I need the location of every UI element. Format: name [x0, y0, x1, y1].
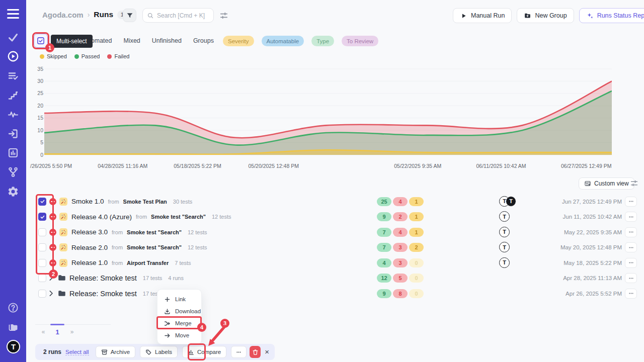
group-name-link[interactable]: Release: Smoke test: [69, 290, 137, 298]
menu-item-download[interactable]: Download: [157, 305, 201, 317]
pagination-prev[interactable]: «: [39, 328, 48, 335]
source-plan-link[interactable]: Smoke test "Search": [127, 244, 182, 250]
custom-view-button[interactable]: Custom view: [579, 177, 634, 190]
labels-button[interactable]: Labels: [140, 346, 178, 358]
manual-run-button[interactable]: Manual Run: [453, 8, 512, 23]
y-tick-label: 30: [37, 78, 43, 84]
search-input[interactable]: [157, 12, 209, 19]
tab-unfinished[interactable]: Unfinished: [152, 37, 182, 44]
run-name-link[interactable]: Release 4.0 (Azure): [71, 213, 132, 221]
assignee-avatars: TT: [499, 196, 516, 207]
row-more-button[interactable]: [625, 212, 637, 222]
group-name-link[interactable]: Release: Smoke test: [69, 274, 137, 282]
group-row: Release: Smoke test17 tests4 runs1250Apr…: [26, 270, 644, 286]
close-selection-icon[interactable]: ×: [265, 347, 269, 356]
sidebar-item-runs-icon[interactable]: [7, 50, 19, 62]
delete-button[interactable]: [250, 346, 261, 358]
from-label: from: [112, 229, 123, 235]
row-checkbox[interactable]: [38, 228, 46, 236]
row-checkbox[interactable]: [38, 259, 46, 267]
pagination-next[interactable]: »: [67, 328, 76, 335]
row-more-button[interactable]: [625, 273, 637, 283]
row-more-button[interactable]: [625, 197, 637, 207]
breadcrumb-project[interactable]: Agoda.com: [42, 11, 84, 19]
breadcrumb: Agoda.com › Runs 16: [42, 10, 130, 19]
archive-button[interactable]: Archive: [96, 346, 135, 358]
sidebar-item-milestones-icon[interactable]: [7, 89, 19, 101]
menu-icon[interactable]: [7, 9, 19, 19]
tab-groups[interactable]: Groups: [193, 37, 214, 44]
select-all-link[interactable]: Select all: [65, 349, 89, 355]
run-type-icon: [59, 243, 67, 251]
tests-count: 7 tests: [175, 260, 191, 266]
multi-select-checkbox-icon: [36, 36, 45, 45]
filter-pill-automatable[interactable]: Automatable: [262, 36, 304, 46]
view-adjustments-icon[interactable]: [630, 179, 638, 188]
run-name-link[interactable]: Release 3.0: [71, 228, 108, 236]
legend-item-skipped: Skipped: [40, 53, 67, 59]
sidebar-item-branches-icon[interactable]: [7, 166, 19, 178]
remove-circle-icon[interactable]: [49, 213, 56, 220]
sidebar-item-tests-icon[interactable]: [7, 31, 19, 43]
sidebar-item-test-plans-icon[interactable]: [7, 70, 19, 82]
sidebar-item-imports-icon[interactable]: [7, 128, 19, 140]
remove-circle-icon[interactable]: [49, 244, 56, 251]
row-more-button[interactable]: [625, 289, 637, 299]
filter-pill-type[interactable]: Type: [311, 36, 334, 46]
menu-item-move[interactable]: Move: [157, 329, 201, 341]
pagination-page-1[interactable]: 1: [53, 328, 62, 336]
assignee-avatars: T: [499, 242, 510, 252]
sidebar-help-icon[interactable]: [7, 302, 19, 314]
from-label: from: [112, 244, 123, 250]
tab-mixed[interactable]: Mixed: [123, 37, 140, 44]
filter-button[interactable]: [123, 9, 136, 22]
menu-item-merge[interactable]: Merge: [157, 317, 201, 329]
adjustments-icon[interactable]: [219, 11, 228, 20]
failed-badge: 4: [393, 228, 408, 237]
row-checkbox[interactable]: [38, 198, 46, 206]
row-checkbox[interactable]: [38, 213, 46, 221]
source-plan-link[interactable]: Smoke Test Plan: [123, 199, 167, 205]
source-plan-link[interactable]: Smoke test "Search": [151, 214, 206, 220]
row-checkbox[interactable]: [38, 243, 46, 251]
source-plan-link[interactable]: Smoke test "Search": [127, 229, 182, 235]
menu-item-link[interactable]: Link: [157, 293, 201, 305]
new-group-button[interactable]: New Group: [517, 8, 574, 23]
row-checkbox[interactable]: [38, 290, 46, 298]
row-more-button[interactable]: [625, 258, 637, 268]
legend-item-passed: Passed: [74, 53, 100, 59]
source-plan-link[interactable]: Airport Transfer: [127, 260, 169, 266]
sidebar-item-reports-icon[interactable]: [7, 147, 19, 159]
row-checkbox[interactable]: [38, 274, 46, 282]
sidebar-item-settings-icon[interactable]: [7, 186, 19, 198]
filter-pill-severity[interactable]: Severity: [223, 36, 254, 46]
remove-circle-icon[interactable]: [49, 198, 56, 205]
remove-circle-icon[interactable]: [49, 259, 56, 266]
account-logo[interactable]: T: [7, 340, 20, 353]
run-name-link[interactable]: Release 1.0: [71, 259, 108, 266]
multi-select-button[interactable]: [34, 34, 48, 48]
sidebar-projects-icon[interactable]: [7, 321, 19, 333]
selection-more-button[interactable]: [231, 346, 247, 358]
run-name-link[interactable]: Smoke 1.0: [71, 198, 104, 205]
x-tick-label: 06/27/2025 12:49 PM: [561, 163, 611, 169]
y-tick-label: 25: [37, 90, 43, 96]
skipped-badge: 0: [409, 274, 424, 283]
row-more-button[interactable]: [625, 227, 637, 237]
expand-chevron-icon[interactable]: [47, 274, 55, 282]
row-more-button[interactable]: [625, 242, 637, 252]
legend-label: Passed: [82, 53, 100, 59]
run-name-link[interactable]: Release 2.0: [71, 244, 108, 251]
expand-chevron-icon[interactable]: [47, 289, 55, 298]
result-badges: 2541: [377, 197, 424, 206]
runs-status-report-button[interactable]: Runs Status Report: [579, 8, 644, 23]
failed-dot-icon: [107, 54, 112, 59]
run-type-icon: [59, 228, 67, 236]
remove-circle-icon[interactable]: [49, 229, 56, 236]
compare-button[interactable]: Compare: [182, 346, 226, 358]
filter-pill-to-review[interactable]: To Review: [342, 36, 378, 46]
search-icon: [147, 12, 154, 19]
play-icon: [460, 12, 467, 20]
pagination: « 1 »: [35, 324, 111, 339]
sidebar-item-analytics-icon[interactable]: [7, 108, 19, 120]
